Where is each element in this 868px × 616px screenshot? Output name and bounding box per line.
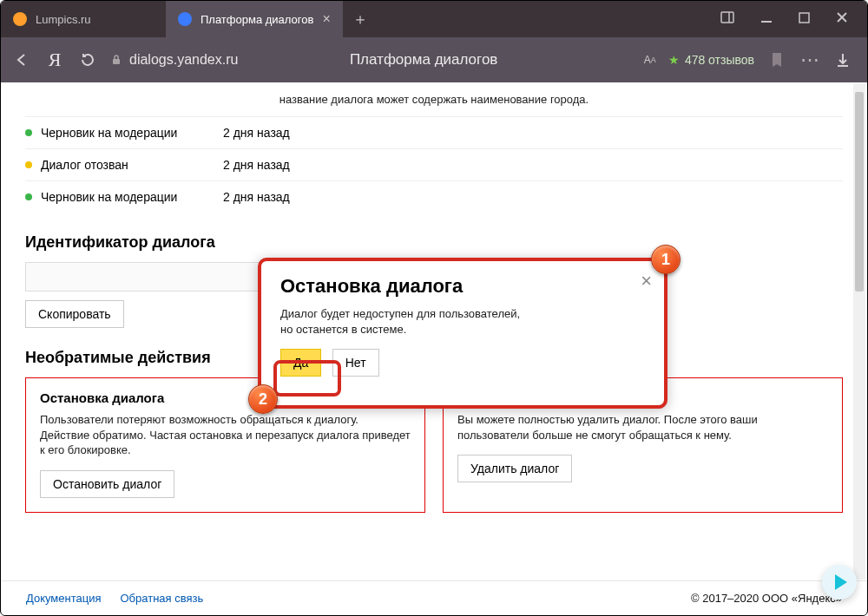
status-time: 2 дня назад	[223, 158, 290, 172]
modal-text: Диалог будет недоступен для пользователе…	[280, 306, 645, 337]
url-host: dialogs.yandex.ru	[129, 52, 238, 68]
svg-rect-3	[799, 13, 809, 23]
tab-title: Lumpics.ru	[36, 13, 91, 26]
favicon-icon	[13, 12, 27, 26]
docs-link[interactable]: Документация	[26, 592, 102, 605]
card-text: Вы можете полностью удалить диалог. Посл…	[457, 412, 828, 442]
window-titlebar: Lumpics.ru Платформа диалогов × ＋	[1, 1, 867, 37]
minimize-icon[interactable]	[760, 11, 773, 27]
svg-rect-6	[113, 59, 120, 64]
stop-dialog-button[interactable]: Остановить диалог	[40, 470, 174, 498]
browser-tab-yandex-dialogs[interactable]: Платформа диалогов ×	[166, 1, 343, 37]
confirm-no-button[interactable]: Нет	[332, 349, 379, 377]
modal-text-line: но останется в системе.	[280, 323, 406, 336]
text-size-icon[interactable]: AА	[644, 49, 656, 70]
window-controls	[701, 1, 867, 37]
reviews-text: 478 отзывов	[685, 53, 754, 67]
feedback-link[interactable]: Обратная связь	[121, 592, 204, 605]
svg-rect-0	[721, 12, 733, 23]
browser-toolbar: Я dialogs.yandex.ru Платформа диалогов A…	[1, 37, 867, 82]
panel-icon[interactable]	[720, 10, 734, 28]
back-icon[interactable]	[11, 49, 32, 70]
status-label: Черновик на модерации	[41, 190, 223, 204]
annotation-badge-2: 2	[248, 384, 278, 414]
status-row: Черновик на модерации 2 дня назад	[25, 116, 843, 148]
annotation-badge-1: 1	[651, 245, 681, 274]
card-text: Пользователи потеряют возможность обраща…	[40, 412, 411, 458]
close-window-icon[interactable]	[836, 11, 848, 27]
new-tab-button[interactable]: ＋	[343, 1, 378, 37]
bookmark-icon[interactable]	[766, 49, 787, 70]
star-icon: ★	[668, 53, 680, 67]
info-snippet: название диалога может содержать наимено…	[25, 93, 843, 106]
tab-title: Платформа диалогов	[201, 13, 313, 26]
stop-dialog-modal: × Остановка диалога Диалог будет недосту…	[258, 258, 667, 409]
vertical-scrollbar[interactable]	[853, 83, 865, 580]
browser-tab-lumpics[interactable]: Lumpics.ru	[1, 1, 166, 37]
copyright: © 2017–2020 ООО «Яндекс»	[691, 592, 842, 605]
delete-dialog-button[interactable]: Удалить диалог	[457, 455, 572, 482]
status-time: 2 дня назад	[223, 190, 290, 204]
modal-text-line: Диалог будет недоступен для пользователе…	[280, 307, 520, 320]
address-bar[interactable]: dialogs.yandex.ru	[110, 52, 238, 68]
status-dot-icon	[25, 161, 32, 168]
status-dot-icon	[25, 193, 32, 200]
page-footer: Документация Обратная связь © 2017–2020 …	[2, 580, 866, 615]
modal-title: Остановка диалога	[280, 275, 645, 298]
scrollbar-thumb[interactable]	[855, 92, 864, 292]
menu-icon[interactable]: ⋯	[799, 49, 820, 70]
close-modal-icon[interactable]: ×	[641, 270, 652, 292]
status-label: Черновик на модерации	[41, 126, 223, 140]
reload-icon[interactable]	[77, 49, 98, 70]
reviews-indicator[interactable]: ★ 478 отзывов	[668, 53, 754, 67]
page-title: Платформа диалогов	[250, 51, 631, 69]
status-dot-icon	[25, 129, 32, 136]
favicon-icon	[178, 12, 192, 26]
lock-icon	[110, 54, 122, 66]
status-row: Черновик на модерации 2 дня назад	[25, 180, 843, 213]
status-row: Диалог отозван 2 дня назад	[25, 148, 843, 180]
confirm-yes-button[interactable]: Да	[280, 349, 321, 377]
yandex-logo-icon[interactable]: Я	[44, 49, 65, 70]
copy-button[interactable]: Скопировать	[25, 300, 124, 328]
section-title-id: Идентификатор диалога	[25, 233, 843, 252]
maximize-icon[interactable]	[799, 11, 810, 27]
play-bubble-icon[interactable]	[822, 565, 857, 600]
close-tab-icon[interactable]: ×	[322, 11, 330, 27]
status-time: 2 дня назад	[223, 126, 290, 140]
download-icon[interactable]	[832, 49, 853, 70]
status-label: Диалог отозван	[41, 158, 223, 172]
